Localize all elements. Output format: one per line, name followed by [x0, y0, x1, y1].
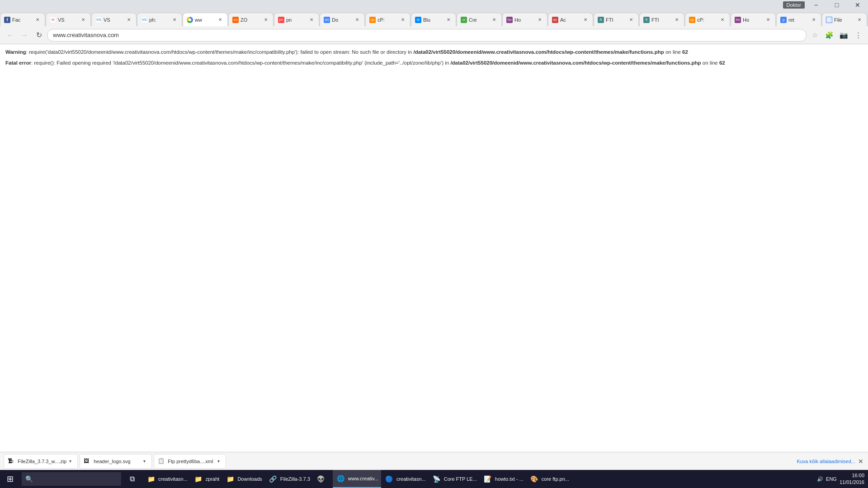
- browser-tab-t14[interactable]: ftFTI✕: [594, 13, 639, 26]
- browser-tab-t5[interactable]: ww✕: [183, 13, 228, 26]
- tab-label: ret: [788, 17, 808, 23]
- reload-button[interactable]: ↻: [33, 29, 45, 42]
- profile-button[interactable]: Doktor: [783, 1, 805, 9]
- browser-tab-t19[interactable]: 📄File✕: [822, 13, 867, 26]
- fatal-path: /data02/virt55020/domeenid/www.creativit…: [450, 60, 701, 66]
- taskbar-app-icon: 📁: [193, 474, 204, 484]
- taskbar-app-a9[interactable]: 📝howto.txt - ...: [480, 470, 526, 488]
- browser-tab-t10[interactable]: blBlu✕: [411, 13, 456, 26]
- tab-close-button[interactable]: ✕: [445, 16, 452, 23]
- browser-tab-t8[interactable]: doDo✕: [320, 13, 365, 26]
- download-item-icon: 🗜: [8, 458, 15, 465]
- tab-close-button[interactable]: ✕: [262, 16, 269, 23]
- fatal-line: on line: [701, 60, 719, 66]
- browser-tab-t2[interactable]: MVS✕: [46, 13, 91, 26]
- taskbar-app-label: creativitasn...: [158, 476, 188, 482]
- download-item-d2[interactable]: 🖼header_logo.svg▾: [80, 454, 152, 469]
- browser-tab-t1[interactable]: fFac✕: [0, 13, 45, 26]
- tab-close-button[interactable]: ✕: [764, 16, 772, 23]
- tab-close-button[interactable]: ✕: [80, 16, 87, 23]
- browser-tab-t17[interactable]: hoHo✕: [731, 13, 776, 26]
- browser-tab-t7[interactable]: pnpn✕: [274, 13, 319, 26]
- close-button[interactable]: ✕: [847, 0, 868, 10]
- see-all-downloads-link[interactable]: Kuva kõik allalaadimised...: [797, 459, 855, 464]
- download-item-d1[interactable]: 🗜FileZilla_3.7.3_w....zip▾: [4, 454, 78, 469]
- browser-tab-t16[interactable]: cpcP:✕: [685, 13, 730, 26]
- minimize-button[interactable]: −: [806, 0, 826, 10]
- taskbar-app-icon: 📡: [431, 474, 442, 484]
- tab-close-button[interactable]: ✕: [719, 16, 726, 23]
- tab-label: Cre: [469, 17, 489, 23]
- tab-favicon: g: [780, 17, 787, 23]
- tab-label: cP:: [377, 17, 397, 23]
- warning-path: /data02/virt55020/domeenid/www.creativit…: [413, 49, 664, 55]
- downloads-close-button[interactable]: ✕: [857, 458, 864, 465]
- browser-tab-t4[interactable]: VSph:✕: [137, 13, 182, 26]
- task-view-button[interactable]: ⧉: [123, 470, 141, 488]
- tab-label: pn: [286, 17, 306, 23]
- tab-close-button[interactable]: ✕: [810, 16, 817, 23]
- taskbar: ⊞ 🔍 ⧉ 📁creativitasn...📁zpraht📁Downloads🔗…: [0, 470, 868, 488]
- taskbar-search[interactable]: 🔍: [22, 472, 121, 486]
- taskbar-app-a6[interactable]: 🌐www.creativ...: [333, 470, 381, 488]
- download-item-arrow[interactable]: ▾: [66, 458, 74, 465]
- taskbar-app-label: zpraht: [206, 476, 220, 482]
- tab-close-button[interactable]: ✕: [125, 16, 132, 23]
- taskbar-app-icon: 📁: [146, 474, 156, 484]
- tab-close-button[interactable]: ✕: [491, 16, 498, 23]
- back-button[interactable]: ←: [4, 29, 16, 42]
- taskbar-app-a5[interactable]: 👽: [313, 470, 333, 488]
- tab-close-button[interactable]: ✕: [582, 16, 589, 23]
- taskbar-app-a2[interactable]: 📁zpraht: [190, 470, 222, 488]
- tab-favicon: cr: [461, 17, 467, 23]
- forward-button[interactable]: →: [18, 29, 31, 42]
- download-item-name: header_logo.svg: [94, 459, 141, 464]
- browser-tab-t15[interactable]: ftFTI✕: [639, 13, 684, 26]
- taskbar-app-a3[interactable]: 📁Downloads: [222, 470, 264, 488]
- browser-tab-t18[interactable]: gret✕: [776, 13, 821, 26]
- extensions-button[interactable]: 🧩: [823, 29, 835, 42]
- address-bar[interactable]: www.creativitasnova.com: [47, 29, 807, 42]
- tab-close-button[interactable]: ✕: [354, 16, 361, 23]
- download-item-arrow[interactable]: ▾: [215, 458, 222, 465]
- tab-label: VS: [104, 17, 123, 23]
- tab-close-button[interactable]: ✕: [399, 16, 406, 23]
- taskbar-app-a10[interactable]: 🎨core ftp.pn...: [526, 470, 572, 488]
- browser-tab-t9[interactable]: cpcP:✕: [365, 13, 410, 26]
- taskbar-app-icon: 🌐: [335, 473, 346, 484]
- start-button[interactable]: ⊞: [0, 470, 20, 488]
- tab-label: FTI: [606, 17, 626, 23]
- taskbar-app-a4[interactable]: 🔗FileZilla-3.7.3: [265, 470, 313, 488]
- taskbar-app-a8[interactable]: 📡Core FTP LE...: [429, 470, 480, 488]
- tab-bar: fFac✕MVS✕VSVS✕VSph:✕ww✕zoZO✕pnpn✕doDo✕cp…: [0, 10, 868, 26]
- tab-close-button[interactable]: ✕: [34, 16, 41, 23]
- download-item-d3[interactable]: 📋Ftp prettyd6ba....xml▾: [154, 454, 226, 469]
- taskbar-app-icon: 👽: [316, 474, 326, 484]
- browser-tab-t6[interactable]: zoZO✕: [228, 13, 274, 26]
- taskbar-app-a1[interactable]: 📁creativitasn...: [143, 470, 190, 488]
- taskbar-clock[interactable]: 16:00 11/01/2016: [840, 472, 864, 486]
- browser-tab-t11[interactable]: crCre✕: [457, 13, 502, 26]
- browser-tab-t3[interactable]: VSVS✕: [91, 13, 137, 26]
- tab-close-button[interactable]: ✕: [627, 16, 635, 23]
- download-item-arrow[interactable]: ▾: [141, 458, 148, 465]
- tab-close-button[interactable]: ✕: [217, 16, 224, 23]
- taskbar-app-a7[interactable]: 🔵creativitasn...: [381, 470, 429, 488]
- screenshot-button[interactable]: 📷: [837, 29, 850, 42]
- bookmark-button[interactable]: ☆: [808, 29, 821, 42]
- tab-close-button[interactable]: ✕: [673, 16, 680, 23]
- maximize-button[interactable]: □: [826, 0, 847, 10]
- tab-close-button[interactable]: ✕: [856, 16, 863, 23]
- menu-button[interactable]: ⋮: [852, 29, 864, 42]
- browser-tab-t13[interactable]: acAc✕: [548, 13, 593, 26]
- nav-right-icons: ☆ 🧩 📷 ⋮: [808, 29, 864, 42]
- tab-label: Ho: [743, 17, 763, 23]
- speaker-icon[interactable]: 🔊: [817, 476, 823, 482]
- tab-close-button[interactable]: ✕: [171, 16, 178, 23]
- tab-favicon: ac: [552, 17, 558, 23]
- tab-close-button[interactable]: ✕: [308, 16, 315, 23]
- tab-favicon: pn: [278, 17, 284, 23]
- taskbar-app-icon: 🔗: [268, 474, 278, 484]
- browser-tab-t12[interactable]: hoHo✕: [502, 13, 547, 26]
- tab-close-button[interactable]: ✕: [536, 16, 543, 23]
